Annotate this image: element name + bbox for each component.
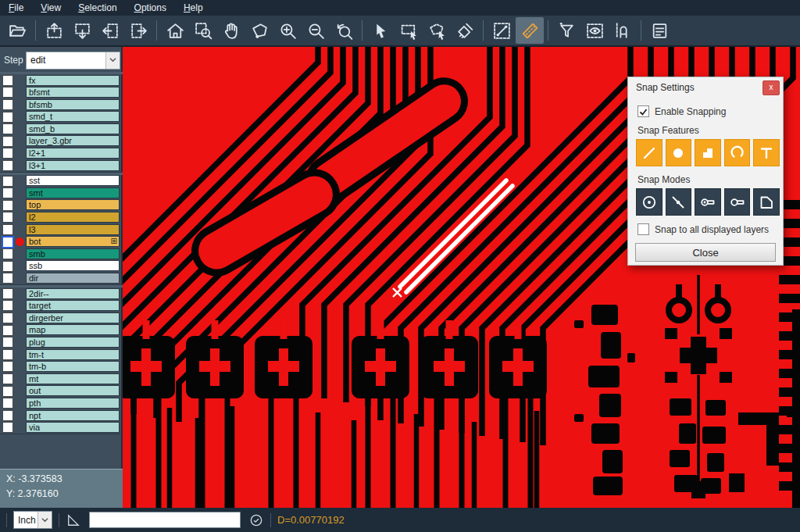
zoom-window-icon[interactable] [189, 17, 217, 44]
layer-checkbox-bfsmb[interactable] [2, 99, 13, 110]
layer-name-bfsmt[interactable]: bfsmt [26, 87, 120, 98]
report-icon[interactable] [645, 17, 673, 44]
menu-file[interactable]: File [0, 1, 32, 15]
pan-hand-icon[interactable] [217, 17, 245, 44]
menu-help[interactable]: Help [175, 1, 212, 15]
layer-checkbox-ssb[interactable] [2, 261, 13, 272]
command-input[interactable] [89, 512, 241, 528]
pan-left-icon[interactable] [96, 17, 124, 44]
layer-checkbox-2dir--[interactable] [2, 288, 13, 299]
snap-magnet-icon[interactable] [609, 17, 637, 44]
layer-name-target[interactable]: target [26, 300, 120, 311]
dialog-close-icon[interactable]: x [762, 80, 780, 95]
pan-right-icon[interactable] [124, 17, 152, 44]
pan-down-icon[interactable] [68, 17, 96, 44]
snap-text-icon[interactable] [753, 139, 780, 166]
layer-name-l2+1[interactable]: l2+1 [26, 148, 120, 159]
layer-checkbox-mt[interactable] [2, 373, 13, 384]
layer-checkbox-smt[interactable] [2, 187, 13, 198]
layer-name-smb[interactable]: smb [26, 248, 120, 259]
layer-name-tm-b[interactable]: tm-b [26, 361, 120, 372]
layer-checkbox-sst[interactable] [2, 176, 13, 187]
layer-checkbox-pth[interactable] [2, 398, 13, 409]
layer-checkbox-smd_t[interactable] [2, 112, 13, 123]
snap-midpoint-icon[interactable] [666, 188, 692, 216]
layer-name-map[interactable]: map [26, 324, 120, 335]
select-polygon-icon[interactable] [423, 17, 451, 44]
layer-name-dir[interactable]: dir [26, 273, 120, 284]
chevron-down-icon[interactable] [105, 52, 120, 69]
step-dropdown[interactable]: edit [26, 52, 120, 70]
menu-selection[interactable]: Selection [70, 1, 125, 15]
layer-name-smd_t[interactable]: smd_t [26, 111, 120, 122]
layer-name-bfsmb[interactable]: bfsmb [26, 99, 120, 110]
zoom-home-icon[interactable] [161, 17, 189, 44]
view-options-icon[interactable] [580, 17, 609, 44]
layer-name-smd_b[interactable]: smd_b [26, 123, 120, 134]
unit-dropdown[interactable]: Inch [13, 511, 52, 529]
measure-points-icon[interactable] [488, 17, 516, 44]
chevron-down-icon[interactable] [38, 512, 52, 528]
snap-surface-icon[interactable] [695, 139, 721, 166]
layer-name-via[interactable]: via [26, 422, 120, 433]
snap-arc-icon[interactable] [724, 139, 751, 166]
layer-name-out[interactable]: out [26, 385, 120, 396]
layer-checkbox-top[interactable] [2, 200, 13, 211]
layer-checkbox-out[interactable] [2, 386, 13, 397]
layer-checkbox-bot[interactable] [2, 236, 14, 248]
layer-name-ssb[interactable]: ssb [26, 260, 120, 271]
open-folder-icon[interactable] [3, 17, 31, 44]
layer-checkbox-l2+1[interactable] [2, 148, 13, 159]
layer-name-l2[interactable]: l2 [26, 212, 120, 223]
select-arrow-icon[interactable] [366, 17, 395, 44]
menu-view[interactable]: View [32, 1, 70, 15]
layer-name-top[interactable]: top [26, 199, 120, 210]
snap-center-icon[interactable] [636, 188, 662, 216]
layer-name-smt[interactable]: smt [26, 187, 120, 198]
layer-checkbox-bfsmt[interactable] [2, 87, 13, 98]
layer-checkbox-tm-b[interactable] [2, 361, 13, 372]
layer-name-layer_3.gbr[interactable]: layer_3.gbr [26, 135, 120, 146]
layer-name-dirgerber[interactable]: dirgerber [26, 312, 120, 323]
layer-name-pth[interactable]: pth [26, 398, 120, 409]
layer-checkbox-via[interactable] [2, 422, 13, 433]
close-button[interactable]: Close [635, 243, 776, 262]
layer-name-fx[interactable]: fx [26, 75, 120, 86]
layer-checkbox-l3[interactable] [2, 224, 13, 235]
layer-checkbox-tm-t[interactable] [2, 349, 13, 360]
dialog-title-bar[interactable]: Snap Settings x [628, 77, 783, 98]
layer-checkbox-npt[interactable] [2, 410, 13, 421]
layer-name-2dir--[interactable]: 2dir-- [26, 288, 120, 299]
layer-name-tm-t[interactable]: tm-t [26, 349, 120, 360]
layer-name-sst[interactable]: sst [26, 175, 120, 186]
snap-all-layers-checkbox[interactable] [638, 223, 649, 235]
layer-checkbox-l2[interactable] [2, 212, 13, 223]
snap-slot-icon[interactable] [695, 188, 721, 216]
menu-options[interactable]: Options [126, 1, 175, 15]
zoom-out-icon[interactable] [302, 17, 330, 44]
filter-icon[interactable] [552, 17, 580, 44]
layer-checkbox-l3+1[interactable] [2, 160, 13, 171]
layer-name-npt[interactable]: npt [26, 410, 120, 421]
snap-pad-icon[interactable] [666, 139, 692, 166]
apply-check-icon[interactable] [248, 512, 264, 528]
layer-checkbox-dirgerber[interactable] [2, 312, 13, 323]
snap-outline-icon[interactable] [753, 188, 780, 216]
zoom-polygon-icon[interactable] [245, 17, 273, 44]
snap-slot-open-icon[interactable] [724, 188, 751, 216]
layer-checkbox-smb[interactable] [2, 248, 13, 259]
measure-ruler-icon[interactable] [516, 17, 544, 44]
enable-snapping-checkbox[interactable] [638, 105, 649, 117]
clear-selection-icon[interactable] [451, 17, 479, 44]
zoom-in-icon[interactable] [273, 17, 302, 44]
pan-up-icon[interactable] [40, 17, 68, 44]
layer-checkbox-dir[interactable] [2, 273, 13, 284]
layer-checkbox-fx[interactable] [2, 75, 13, 86]
layer-checkbox-plug[interactable] [2, 337, 13, 348]
select-rectangle-icon[interactable] [395, 17, 423, 44]
layer-checkbox-smd_b[interactable] [2, 123, 13, 134]
layer-checkbox-target[interactable] [2, 300, 13, 311]
layer-checkbox-layer_3.gbr[interactable] [2, 136, 13, 147]
layer-name-plug[interactable]: plug [26, 337, 120, 348]
layer-name-l3[interactable]: l3 [26, 224, 120, 235]
